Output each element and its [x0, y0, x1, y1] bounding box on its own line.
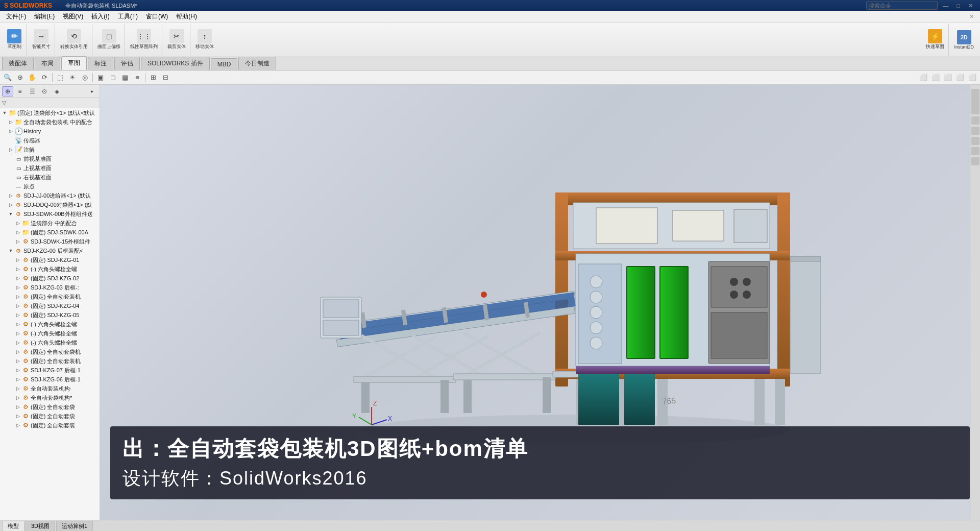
btab-3dview[interactable]: 3D视图	[26, 521, 55, 531]
tree-arrow-kzg02[interactable]: ▷	[14, 275, 21, 282]
tree-arrow-auto8[interactable]: ▷	[14, 422, 21, 429]
tree-item-auto4[interactable]: ▷ ⚙ 全自动套装机构·	[0, 384, 100, 393]
tree-arrow-bolt4[interactable]: ▷	[14, 339, 21, 346]
tab-manufacture[interactable]: 今日制造	[238, 57, 276, 70]
tree-arrow-kzg05[interactable]: ▷	[14, 311, 21, 319]
view-mode-button3[interactable]	[971, 137, 979, 145]
tree-arrow-auto2[interactable]: ▷	[14, 348, 21, 355]
expand-button[interactable]: ▸	[86, 86, 97, 96]
tree-item-sdwk[interactable]: ▼ ⚙ SDJ-SDWK-00B外框组件送	[0, 209, 100, 219]
tree-root[interactable]: ▼ 📁 (固定) 送袋部分<1> (默认<默认	[0, 108, 100, 117]
tree-item-auto8[interactable]: ▷ ⚙ (固定) 全自动套装	[0, 421, 100, 430]
feature-tree-button[interactable]: ⊕	[2, 86, 13, 96]
convert-entities-button[interactable]: ⟲ 转换实体引用	[58, 28, 90, 51]
feature-tree[interactable]: ▼ 📁 (固定) 送袋部分<1> (默认<默认 ▷ 📁 全自动套袋包装机 中的配…	[0, 108, 100, 520]
tree-item-history[interactable]: ▷ 🕐 History	[0, 127, 100, 136]
quick-sketch-button[interactable]: ⚡ 快速草图	[924, 28, 946, 51]
view-right-button5[interactable]: ⬜	[967, 72, 978, 83]
btab-motion[interactable]: 运动算例1	[56, 521, 93, 531]
tree-arrow-sdwk-00a[interactable]: ▷	[14, 229, 21, 236]
tree-item-jj[interactable]: ▷ ⚙ SDJ-JJ-00进给器<1> (默认	[0, 191, 100, 200]
menu-edit[interactable]: 编辑(E)	[30, 11, 59, 22]
tree-arrow-kzg04[interactable]: ▷	[14, 302, 21, 309]
tree-arrow-auto7[interactable]: ▷	[14, 413, 21, 420]
tree-item-rightplane[interactable]: ▭ 右视基准面	[0, 173, 100, 182]
tree-item-sensor[interactable]: 📡 传感器	[0, 136, 100, 145]
tree-item-bolt3[interactable]: ▷ ⚙ (-) 六角头螺栓全螺	[0, 329, 100, 338]
tree-arrow-auto6[interactable]: ▷	[14, 403, 21, 411]
tree-item-kzg07[interactable]: ▷ ⚙ SDJ-KZG-07 后框-1	[0, 366, 100, 375]
tab-mbd[interactable]: MBD	[211, 58, 238, 70]
tree-arrow-history[interactable]: ▷	[7, 128, 14, 135]
view-hide-button[interactable]: ⊞	[148, 72, 159, 83]
tree-item-mating[interactable]: ▷ 📁 全自动套袋包装机 中的配合	[0, 117, 100, 127]
view-fit-button[interactable]: ⊕	[14, 72, 26, 83]
view-display3-button[interactable]: ▦	[119, 72, 131, 83]
view-section-button[interactable]: ⬚	[55, 72, 66, 83]
btab-model[interactable]: 模型	[2, 521, 24, 531]
tab-evaluate[interactable]: 评估	[114, 57, 140, 70]
tree-item-kzg03[interactable]: ▷ ⚙ SDJ-KZG-03 后框-:	[0, 283, 100, 292]
menu-help[interactable]: 帮助(H)	[172, 11, 201, 22]
search-input[interactable]	[866, 2, 938, 10]
view-zoom-button[interactable]: 🔍	[2, 72, 13, 83]
tree-arrow-kzg01[interactable]: ▷	[14, 256, 21, 263]
tree-arrow-auto1[interactable]: ▷	[14, 293, 21, 300]
view-mode-button4[interactable]	[971, 147, 979, 155]
view-mode-button5[interactable]	[971, 157, 979, 165]
tree-item-auto2[interactable]: ▷ ⚙ (固定) 全自动套袋机	[0, 347, 100, 356]
tree-item-ddq[interactable]: ▷ ⚙ SDJ-DDQ-00对袋器<1> (默	[0, 200, 100, 209]
tree-item-auto7[interactable]: ▷ ⚙ (固定) 全自动套袋	[0, 412, 100, 421]
tree-item-frontplane[interactable]: ▭ 前视基准面	[0, 154, 100, 163]
tree-item-origin[interactable]: — 原点	[0, 182, 100, 191]
3d-viewport[interactable]: 765 X Y Z	[100, 85, 980, 520]
tree-item-kzg01[interactable]: ▷ ⚙ (固定) SDJ-KZG-01	[0, 255, 100, 264]
tree-arrow-bolt3[interactable]: ▷	[14, 330, 21, 337]
tree-arrow-auto4[interactable]: ▷	[14, 385, 21, 392]
trim-button[interactable]: ✂ 裁剪实体	[165, 28, 188, 51]
tree-arrow-sdwk[interactable]: ▼	[7, 210, 14, 218]
tab-sketch[interactable]: 草图	[61, 56, 87, 70]
tree-item-bolt2[interactable]: ▷ ⚙ (-) 六角头螺栓全螺	[0, 320, 100, 329]
view-right-button2[interactable]: ⬜	[930, 72, 941, 83]
view-display1-button[interactable]: ▣	[95, 72, 106, 83]
tree-arrow-auto3[interactable]: ▷	[14, 357, 21, 365]
tree-arrow-mating[interactable]: ▷	[7, 118, 14, 126]
instant2d-button[interactable]: 2D Instant2D	[952, 29, 976, 51]
view-right-button3[interactable]: ⬜	[942, 72, 953, 83]
tree-item-sdwk-00a[interactable]: ▷ 📁 (固定) SDJ-SDWK-00A	[0, 228, 100, 237]
menu-tools[interactable]: 工具(T)	[114, 11, 142, 22]
view-display4-button[interactable]: ≡	[132, 72, 143, 83]
tree-arrow-sdwk-mating[interactable]: ▷	[14, 220, 21, 227]
menu-window[interactable]: 窗口(W)	[142, 11, 172, 22]
tree-arrow-bolt2[interactable]: ▷	[14, 321, 21, 328]
minimize-button[interactable]: —	[940, 3, 951, 9]
smart-dimension-button[interactable]: ↔ 智能尺寸	[30, 28, 53, 51]
tree-arrow-kzg03[interactable]: ▷	[14, 284, 21, 291]
tree-item-kzg[interactable]: ▼ ⚙ SDJ-KZG-00 后框装配<	[0, 246, 100, 255]
view-light-button[interactable]: ☀	[67, 72, 78, 83]
tree-arrow-bolt1[interactable]: ▷	[14, 266, 21, 273]
toolbar-sketch-button[interactable]: ✏ 草图制	[4, 28, 24, 51]
tree-arrow-kzg[interactable]: ▼	[7, 247, 14, 254]
tree-item-kzg05[interactable]: ▷ ⚙ (固定) SDJ-KZG-05	[0, 310, 100, 320]
offset-surface-button[interactable]: ◻ 曲面上偏移	[95, 28, 122, 51]
tree-arrow-root[interactable]: ▼	[1, 109, 8, 116]
tab-sw-plugins[interactable]: SOLIDWORKS 插件	[141, 57, 210, 70]
tree-item-kzg06[interactable]: ▷ ⚙ SDJ-KZG-06 后框-1	[0, 375, 100, 384]
view-rotate-button[interactable]: ⟳	[39, 72, 50, 83]
menu-file[interactable]: 文件(F)	[2, 11, 30, 22]
tree-item-kzg02[interactable]: ▷ ⚙ (固定) SDJ-KZG-02	[0, 274, 100, 283]
tree-arrow-sdwk-15[interactable]: ▷	[14, 238, 21, 245]
menu-view[interactable]: 视图(V)	[59, 11, 87, 22]
tree-arrow-auto5[interactable]: ▷	[14, 394, 21, 401]
config-manager-button[interactable]: ☰	[27, 86, 38, 96]
tree-item-annotation[interactable]: ▷ 📝 注解	[0, 145, 100, 154]
view-right-button1[interactable]: ⬜	[918, 72, 929, 83]
tree-item-auto3[interactable]: ▷ ⚙ (固定) 全自动套装机	[0, 356, 100, 366]
tab-assembly[interactable]: 装配体	[2, 57, 34, 70]
view-orient-button[interactable]	[971, 89, 979, 114]
tab-annotation[interactable]: 标注	[88, 57, 113, 70]
tree-item-sdwk-mating[interactable]: ▷ 📁 送袋部分 中的配合	[0, 219, 100, 228]
view-mode-button1[interactable]	[971, 116, 979, 125]
